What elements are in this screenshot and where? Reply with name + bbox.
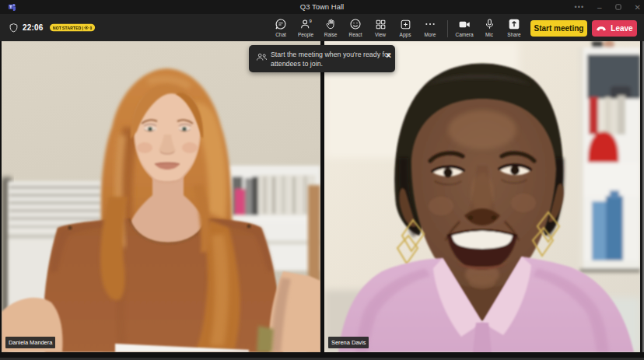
svg-text:9: 9 — [309, 19, 311, 23]
